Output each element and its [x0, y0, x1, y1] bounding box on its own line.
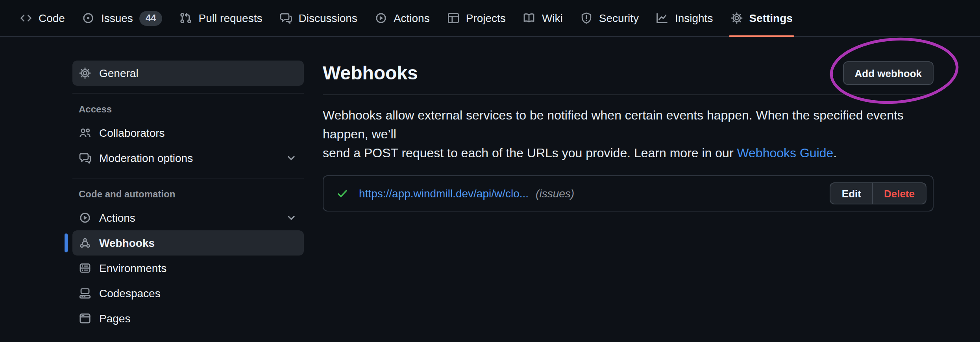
codespaces-icon — [79, 287, 91, 300]
webhooks-header: Webhooks Add webhook — [323, 59, 934, 87]
tab-code[interactable]: Code — [11, 0, 74, 36]
gear-icon — [730, 12, 743, 24]
issue-opened-icon — [82, 12, 95, 24]
sidebar-item-moderation-options[interactable]: Moderation options — [72, 145, 304, 171]
gear-icon — [79, 67, 91, 79]
shield-icon — [580, 12, 593, 24]
sidebar-item-codespaces[interactable]: Codespaces — [72, 281, 304, 306]
sidebar-item-webhooks[interactable]: Webhooks — [72, 230, 304, 256]
tab-label: Code — [39, 12, 65, 24]
issues-count-badge: 44 — [139, 11, 163, 26]
sidebar-item-label: Moderation options — [99, 152, 193, 164]
play-icon — [79, 211, 91, 224]
header-divider — [323, 94, 934, 95]
tab-label: Actions — [394, 12, 430, 24]
tab-label: Security — [599, 12, 639, 24]
sidebar-item-label: Environments — [99, 262, 166, 274]
sidebar-item-label: Codespaces — [99, 287, 161, 300]
sidebar-item-general[interactable]: General — [72, 61, 304, 86]
webhooks-guide-link[interactable]: Webhooks Guide — [737, 146, 833, 160]
tab-label: Pull requests — [199, 12, 263, 24]
tab-wiki[interactable]: Wiki — [514, 0, 571, 36]
description-period: . — [833, 146, 837, 160]
webhook-url-link[interactable]: https://app.windmill.dev/api/w/clo... — [359, 187, 529, 200]
description-line1: Webhooks allow external services to be n… — [323, 108, 904, 141]
sidebar-section-code-and-automation: Code and automation — [72, 178, 304, 205]
settings-layout: General Access Collaborators Moderation … — [0, 37, 980, 331]
chevron-down-icon[interactable] — [285, 211, 298, 224]
sidebar-item-label: Actions — [99, 211, 135, 224]
comment-discussion-icon — [79, 152, 91, 164]
people-icon — [79, 127, 91, 139]
tab-pull-requests[interactable]: Pull requests — [171, 0, 271, 36]
delete-webhook-button[interactable]: Delete — [872, 183, 926, 204]
browser-icon — [79, 312, 91, 325]
sidebar-item-label: General — [99, 67, 139, 79]
tab-issues[interactable]: Issues 44 — [74, 0, 171, 36]
code-icon — [20, 12, 32, 24]
environments-icon — [79, 262, 91, 274]
tab-label: Insights — [675, 12, 713, 24]
graph-icon — [656, 12, 669, 24]
tab-actions[interactable]: Actions — [366, 0, 438, 36]
sidebar-item-label: Collaborators — [99, 127, 165, 139]
tab-security[interactable]: Security — [571, 0, 647, 36]
webhooks-description: Webhooks allow external services to be n… — [323, 106, 934, 163]
sidebar-section-access: Access — [72, 94, 304, 120]
repo-settings-page: Code Issues 44 Pull requests Discussions… — [0, 0, 980, 342]
edit-webhook-button[interactable]: Edit — [831, 183, 872, 204]
book-icon — [523, 12, 536, 24]
tab-discussions[interactable]: Discussions — [271, 0, 366, 36]
sidebar-item-environments[interactable]: Environments — [72, 256, 304, 281]
tab-label: Discussions — [298, 12, 357, 24]
webhook-actions-group: Edit Delete — [830, 182, 926, 204]
settings-sidebar: General Access Collaborators Moderation … — [72, 37, 304, 331]
play-icon — [375, 12, 387, 24]
table-icon — [447, 12, 460, 24]
chevron-down-icon[interactable] — [285, 152, 298, 164]
tab-label: Projects — [466, 12, 506, 24]
tab-label: Settings — [749, 12, 792, 24]
git-pull-request-icon — [180, 12, 192, 24]
page-title: Webhooks — [323, 59, 418, 87]
check-icon — [336, 187, 349, 200]
tab-label: Wiki — [542, 12, 563, 24]
tab-projects[interactable]: Projects — [438, 0, 514, 36]
comment-discussion-icon — [279, 12, 292, 24]
sidebar-item-label: Pages — [99, 312, 130, 325]
webhooks-panel: Webhooks Add webhook Webhooks allow exte… — [323, 37, 934, 211]
sidebar-item-pages[interactable]: Pages — [72, 306, 304, 331]
tab-label: Issues — [101, 12, 133, 24]
sidebar-item-label: Webhooks — [99, 237, 155, 249]
tab-insights[interactable]: Insights — [647, 0, 722, 36]
webhook-events-label: (issues) — [536, 187, 574, 200]
webhook-icon — [79, 237, 91, 249]
add-webhook-button[interactable]: Add webhook — [843, 61, 934, 85]
description-line2: send a POST request to each of the URLs … — [323, 146, 737, 160]
sidebar-item-actions[interactable]: Actions — [72, 205, 304, 230]
webhook-row: https://app.windmill.dev/api/w/clo... (i… — [323, 175, 934, 211]
repo-tab-nav: Code Issues 44 Pull requests Discussions… — [0, 0, 980, 37]
sidebar-item-collaborators[interactable]: Collaborators — [72, 120, 304, 145]
tab-settings[interactable]: Settings — [721, 0, 801, 36]
